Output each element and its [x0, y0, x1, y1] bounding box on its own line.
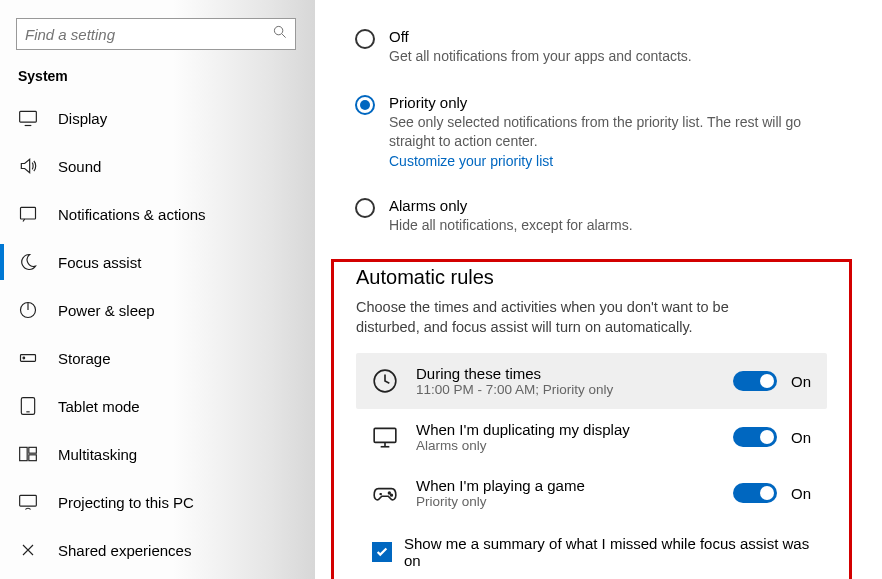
- svg-rect-16: [374, 428, 396, 442]
- sidebar-item-label: Power & sleep: [58, 302, 155, 319]
- sidebar-item-display[interactable]: Display: [0, 94, 315, 142]
- svg-rect-13: [29, 455, 37, 461]
- summary-checkbox-row[interactable]: Show me a summary of what I missed while…: [356, 535, 827, 569]
- multitasking-icon: [18, 444, 38, 464]
- summary-checkbox[interactable]: [372, 542, 392, 562]
- sidebar-item-shared[interactable]: Shared experiences: [0, 526, 315, 574]
- sidebar-item-label: Shared experiences: [58, 542, 191, 559]
- automatic-rules-desc: Choose the times and activities when you…: [356, 297, 786, 338]
- rule-title: During these times: [416, 365, 715, 382]
- sidebar-item-label: Multitasking: [58, 446, 137, 463]
- rule-title: When I'm duplicating my display: [416, 421, 715, 438]
- settings-content: Off Get all notifications from your apps…: [315, 0, 882, 579]
- tablet-icon: [18, 396, 38, 416]
- power-icon: [18, 300, 38, 320]
- sidebar-item-power[interactable]: Power & sleep: [0, 286, 315, 334]
- sidebar-item-sound[interactable]: Sound: [0, 142, 315, 190]
- summary-checkbox-label: Show me a summary of what I missed while…: [404, 535, 811, 569]
- section-title: System: [0, 60, 315, 94]
- radio-sub: Get all notifications from your apps and…: [389, 47, 692, 66]
- radio-off[interactable]: Off Get all notifications from your apps…: [355, 28, 862, 66]
- radio-icon: [355, 29, 375, 49]
- toggle-playing-game[interactable]: [733, 483, 777, 503]
- radio-title: Off: [389, 28, 692, 45]
- sidebar-item-label: Sound: [58, 158, 101, 175]
- rule-sub: Priority only: [416, 494, 715, 509]
- radio-title: Priority only: [389, 94, 809, 111]
- radio-sub: Hide all notifications, except for alarm…: [389, 216, 633, 235]
- svg-point-22: [391, 494, 393, 496]
- focus-mode-radio-group: Off Get all notifications from your apps…: [355, 28, 862, 235]
- sidebar-item-label: Projecting to this PC: [58, 494, 194, 511]
- search-icon: [273, 25, 287, 43]
- clock-icon: [372, 368, 398, 394]
- radio-priority-only[interactable]: Priority only See only selected notifica…: [355, 94, 862, 169]
- radio-title: Alarms only: [389, 197, 633, 214]
- sidebar-item-notifications[interactable]: Notifications & actions: [0, 190, 315, 238]
- svg-rect-4: [21, 207, 36, 219]
- svg-rect-2: [20, 111, 37, 122]
- toggle-during-times[interactable]: [733, 371, 777, 391]
- svg-point-8: [23, 357, 25, 359]
- svg-line-1: [282, 34, 286, 38]
- svg-rect-14: [20, 495, 37, 506]
- toggle-label: On: [791, 429, 811, 446]
- game-icon: [372, 480, 398, 506]
- shared-icon: [18, 540, 38, 560]
- rule-sub: Alarms only: [416, 438, 715, 453]
- rule-duplicating-display[interactable]: When I'm duplicating my display Alarms o…: [356, 409, 827, 465]
- rule-sub: 11:00 PM - 7:00 AM; Priority only: [416, 382, 715, 397]
- svg-rect-12: [29, 447, 37, 453]
- sidebar-item-focus-assist[interactable]: Focus assist: [0, 238, 315, 286]
- automatic-rules-heading: Automatic rules: [356, 266, 827, 289]
- sidebar-item-multitasking[interactable]: Multitasking: [0, 430, 315, 478]
- svg-point-21: [388, 492, 390, 494]
- toggle-duplicating[interactable]: [733, 427, 777, 447]
- radio-icon: [355, 95, 375, 115]
- sidebar-item-label: Display: [58, 110, 107, 127]
- sidebar-item-label: Focus assist: [58, 254, 141, 271]
- sidebar-item-storage[interactable]: Storage: [0, 334, 315, 382]
- sidebar-item-projecting[interactable]: Projecting to this PC: [0, 478, 315, 526]
- sidebar-item-label: Tablet mode: [58, 398, 140, 415]
- radio-icon: [355, 198, 375, 218]
- settings-sidebar: System Display Sound Notifications & act…: [0, 0, 315, 579]
- search-input[interactable]: [25, 26, 273, 43]
- radio-alarms-only[interactable]: Alarms only Hide all notifications, exce…: [355, 197, 862, 235]
- monitor-icon: [372, 424, 398, 450]
- sound-icon: [18, 156, 38, 176]
- rule-during-times[interactable]: During these times 11:00 PM - 7:00 AM; P…: [356, 353, 827, 409]
- rule-playing-game[interactable]: When I'm playing a game Priority only On: [356, 465, 827, 521]
- svg-rect-11: [20, 447, 28, 460]
- customize-priority-link[interactable]: Customize your priority list: [389, 153, 809, 169]
- notifications-icon: [18, 204, 38, 224]
- sidebar-item-tablet[interactable]: Tablet mode: [0, 382, 315, 430]
- svg-point-0: [274, 26, 282, 34]
- search-box[interactable]: [16, 18, 296, 50]
- projecting-icon: [18, 492, 38, 512]
- rule-title: When I'm playing a game: [416, 477, 715, 494]
- radio-sub: See only selected notifications from the…: [389, 113, 809, 151]
- moon-icon: [18, 252, 38, 272]
- automatic-rules-highlight: Automatic rules Choose the times and act…: [331, 259, 852, 579]
- toggle-label: On: [791, 485, 811, 502]
- toggle-label: On: [791, 373, 811, 390]
- sidebar-item-label: Storage: [58, 350, 111, 367]
- sidebar-item-label: Notifications & actions: [58, 206, 206, 223]
- storage-icon: [18, 348, 38, 368]
- display-icon: [18, 108, 38, 128]
